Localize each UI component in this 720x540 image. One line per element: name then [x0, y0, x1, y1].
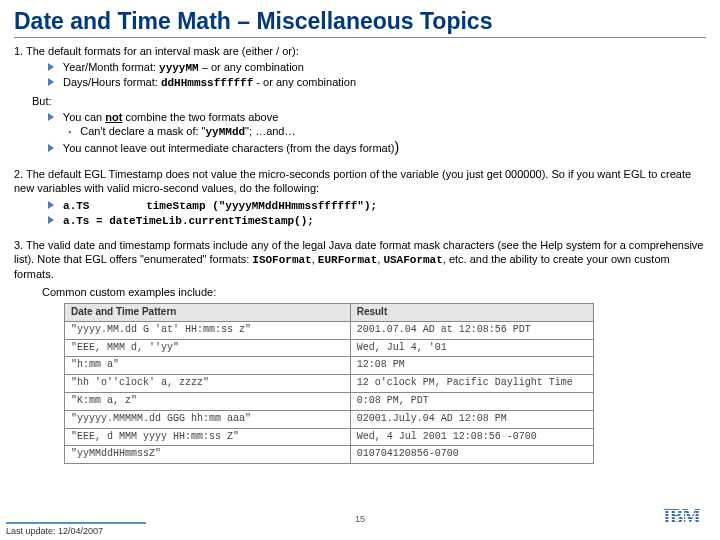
section1-item-e: You cannot leave out intermediate charac…: [48, 139, 706, 157]
table-row: "hh 'o''clock' a, zzzz"12 o'clock PM, Pa…: [65, 375, 594, 393]
page-number: 15: [355, 514, 365, 524]
table-row: "EEE, MMM d, ''yy"Wed, Jul 4, '01: [65, 339, 594, 357]
section1-item-a: Year/Month format: yyyyMM – or any combi…: [48, 60, 706, 75]
slide-title: Date and Time Math – Miscellaneous Topic…: [14, 8, 706, 38]
section1-item-c: You can not combine the two formats abov…: [48, 110, 706, 124]
table-row: "h:mm a"12:08 PM: [65, 357, 594, 375]
section3-lead: 3. The valid date and timestamp formats …: [14, 238, 706, 281]
table-row: "EEE, d MMM yyyy HH:mm:ss Z"Wed, 4 Jul 2…: [65, 428, 594, 446]
section2-item-b: a.Ts = dateTimeLib.currentTimeStamp();: [48, 213, 706, 228]
table-row: "yyyy.MM.dd G 'at' HH:mm:ss z"2001.07.04…: [65, 321, 594, 339]
section1-but: But:: [32, 94, 706, 108]
section1-item-d: Can't declare a mask of: "yyMMdd"; …and…: [68, 124, 706, 139]
section3-sub: Common custom examples include:: [42, 285, 706, 299]
pattern-table: Date and Time Pattern Result "yyyy.MM.dd…: [64, 303, 594, 464]
table-row: "yyMMddHHmmssZ"010704120856-0700: [65, 446, 594, 464]
section1-item-b: Days/Hours format: ddHHmmssffffff - or a…: [48, 75, 706, 90]
section1-lead: 1. The default formats for an interval m…: [14, 44, 706, 58]
table-header-result: Result: [350, 304, 593, 322]
section2-item-a: a.TS timeStamp ("yyyyMMddHHmmssffffff");: [48, 198, 706, 213]
section2-lead: 2. The default EGL Timestamp does not va…: [14, 167, 706, 195]
table-row: "yyyyy.MMMMM.dd GGG hh:mm aaa"02001.July…: [65, 410, 594, 428]
ibm-logo: IBM: [663, 505, 700, 528]
last-update: Last update: 12/04/2007: [6, 522, 146, 536]
table-row: "K:mm a, z"0:08 PM, PDT: [65, 392, 594, 410]
table-header-pattern: Date and Time Pattern: [65, 304, 351, 322]
